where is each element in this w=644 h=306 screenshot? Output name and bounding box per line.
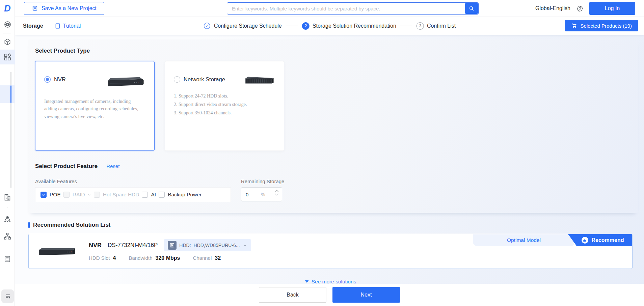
topbar: Save As a New Project Global-English Log… xyxy=(15,0,644,17)
optimal-model-badge: Optimal Model xyxy=(473,234,575,246)
step-connector xyxy=(286,26,298,26)
nvr-label: NVR xyxy=(54,76,66,83)
topbar-divider xyxy=(529,4,529,13)
next-button[interactable]: Next xyxy=(332,287,400,303)
search-icon xyxy=(468,5,475,11)
poe-label: POE xyxy=(50,192,61,198)
step-connector xyxy=(400,26,412,26)
recommended-solution-list-heading: Recommended Solution List xyxy=(33,222,111,228)
selected-products-label: Selected Products (19) xyxy=(580,23,632,29)
step-configure-storage-schedule: Configure Storage Schedule xyxy=(203,22,282,30)
raid-checkbox xyxy=(63,192,70,198)
network-storage-radio[interactable] xyxy=(174,76,180,83)
hot-spare-hdd-label: Hot Spare HDD xyxy=(103,192,139,198)
network-storage-line: 3. Support 350-1024 channels. xyxy=(174,109,275,117)
solution-type: NVR xyxy=(89,242,102,249)
solution-grid-icon[interactable] xyxy=(0,50,15,64)
sidebar-active-highlight xyxy=(0,85,15,103)
order-list-icon[interactable] xyxy=(0,251,15,266)
feature-hot-spare-hdd: Hot Spare HDD xyxy=(94,192,139,198)
raid-label: RAID xyxy=(73,192,85,198)
increment-icon[interactable] xyxy=(274,189,279,192)
hdd-icon xyxy=(168,241,177,250)
map-location-icon[interactable] xyxy=(0,212,15,227)
network-storage-label: Network Storage xyxy=(184,76,225,83)
brand-logo-icon[interactable]: D xyxy=(0,0,15,17)
search-bar xyxy=(227,2,479,15)
configuration-panel: Select Product Type NVR Integrated manag… xyxy=(28,39,638,213)
solution-card[interactable]: NVR DS-7732NI-M4/16P HDD: HDD,WD85PURU-6… xyxy=(28,234,633,269)
product-type-card-network-storage[interactable]: Network Storage 1. Support 24-72 HDD slo… xyxy=(165,61,284,151)
gear-icon[interactable] xyxy=(576,5,583,12)
nvr-description: Integrated management of cameras, includ… xyxy=(44,98,145,120)
remaining-storage-column: Remaining Storage 0 % xyxy=(241,178,284,202)
spec-bandwidth: Bandwidth 320 Mbps xyxy=(129,255,180,261)
page-title: Storage xyxy=(23,23,43,29)
reset-link[interactable]: Reset xyxy=(106,163,119,169)
step-label: Confirm List xyxy=(427,23,456,29)
recommended-solutions-section: Recommended Solution List NVR DS-7732NI-… xyxy=(28,222,633,285)
remaining-storage-value: 0 xyxy=(246,192,248,197)
feature-raid: RAID xyxy=(63,192,91,198)
search-button[interactable] xyxy=(465,3,478,14)
hdd-select-dropdown[interactable]: HDD: HDD,WD85PURU-6... xyxy=(164,239,251,251)
sidebar-divider xyxy=(7,207,8,207)
selected-products-button[interactable]: Selected Products (19) xyxy=(565,20,638,31)
login-button[interactable]: Log In xyxy=(589,2,635,15)
save-icon xyxy=(32,5,38,11)
product-type-card-nvr[interactable]: NVR Integrated management of cameras, in… xyxy=(35,61,155,151)
solution-model: DS-7732NI-M4/16P xyxy=(108,242,158,249)
save-as-new-project-button[interactable]: Save As a New Project xyxy=(24,2,104,15)
tutorial-link[interactable]: Tutorial xyxy=(55,23,81,29)
nvr-radio[interactable] xyxy=(44,76,51,83)
recommend-label: Recommend xyxy=(591,237,624,243)
cart-icon xyxy=(571,23,577,29)
topbar-divider xyxy=(17,4,17,13)
remaining-storage-label: Remaining Storage xyxy=(241,178,284,184)
language-selector[interactable]: Global-English xyxy=(535,5,570,11)
step-storage-solution-recommendation: 2 Storage Solution Recommendation xyxy=(302,22,396,30)
network-storage-line: 2. Support direct video stream storage. xyxy=(174,100,275,109)
decrement-icon[interactable] xyxy=(274,193,279,196)
ai-checkbox[interactable] xyxy=(142,192,148,198)
ai-label: AI xyxy=(151,192,156,198)
select-product-type-heading: Select Product Type xyxy=(35,48,631,54)
sidebar-divider xyxy=(3,33,11,33)
step-number-badge: 3 xyxy=(417,22,424,30)
feature-backup-power: Backup Power xyxy=(159,192,202,198)
available-features-label: Available Features xyxy=(35,178,231,184)
poe-checkbox[interactable] xyxy=(41,192,47,198)
project-building-icon[interactable] xyxy=(0,190,15,205)
chevron-down-icon xyxy=(243,243,247,248)
check-circle-icon xyxy=(203,22,211,30)
back-button[interactable]: Back xyxy=(259,287,326,303)
topology-sitemap-icon[interactable] xyxy=(0,229,15,244)
hot-spare-hdd-checkbox xyxy=(94,192,100,198)
spec-value: 32 xyxy=(215,255,221,261)
product-cube-icon[interactable] xyxy=(0,35,15,50)
step-confirm-list: 3 Confirm List xyxy=(417,22,456,30)
backup-power-label: Backup Power xyxy=(168,192,202,198)
feature-ai: AI xyxy=(142,192,156,198)
collapse-menu-icon[interactable] xyxy=(1,289,14,303)
spec-channel: Channel 32 xyxy=(193,255,221,261)
spec-hdd-slot: HDD Slot 4 xyxy=(89,255,116,261)
thumbs-up-icon xyxy=(582,237,588,244)
recommend-ribbon: Recommend xyxy=(568,234,632,246)
network-storage-line: 1. Support 24-72 HDD slots. xyxy=(174,92,275,100)
backup-power-checkbox[interactable] xyxy=(159,192,165,198)
hdd-value: HDD,WD85PURU-6... xyxy=(194,243,240,248)
tutorial-label: Tutorial xyxy=(63,23,81,29)
remaining-storage-input[interactable]: 0 % xyxy=(241,187,282,201)
chevron-down-icon xyxy=(87,193,91,197)
assistant-robot-icon[interactable] xyxy=(0,17,15,32)
solution-device-image xyxy=(36,245,77,257)
wizard-footer: Back Next xyxy=(15,284,644,306)
sidebar-divider xyxy=(7,246,8,246)
save-button-label: Save As a New Project xyxy=(42,5,97,11)
sidebar-active-indicator xyxy=(10,85,11,103)
spec-value: 4 xyxy=(113,255,116,261)
hdd-label: HDD: xyxy=(179,243,191,248)
heading-accent-bar xyxy=(28,222,30,228)
search-input[interactable] xyxy=(227,2,479,15)
